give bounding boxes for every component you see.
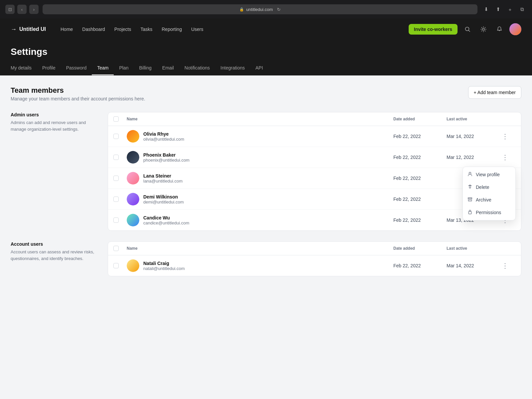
permissions-label: Permissions xyxy=(476,210,501,215)
account-section: Account users Account users can assess a… xyxy=(11,241,521,276)
view-profile-label: View profile xyxy=(476,172,500,177)
avatar-olivia xyxy=(127,130,139,143)
lock-icon: 🔒 xyxy=(239,7,244,12)
table-row: Olivia Rhye olivia@untitledui.com Feb 22… xyxy=(108,126,521,147)
logo-arrow-icon: → xyxy=(11,26,17,33)
address-bar[interactable]: 🔒 untitledui.com ↻ xyxy=(43,4,477,14)
svg-point-0 xyxy=(466,27,469,31)
browser-controls: ⊡ ‹ › xyxy=(5,5,39,14)
share-btn[interactable]: ⬆ xyxy=(493,5,503,14)
dropdown-archive[interactable]: Archive xyxy=(463,194,515,206)
nav-reporting[interactable]: Reporting xyxy=(158,24,186,35)
page-header: Team members Manage your team members an… xyxy=(11,86,521,101)
svg-point-1 xyxy=(482,28,484,30)
forward-btn[interactable]: › xyxy=(29,5,39,14)
sidebar-toggle-btn[interactable]: ⊡ xyxy=(5,5,15,14)
row-checkbox-demi[interactable] xyxy=(113,197,119,202)
download-btn[interactable]: ⬇ xyxy=(481,5,491,14)
member-email-natali: natali@untitledui.com xyxy=(143,266,185,271)
dropdown-view-profile[interactable]: View profile xyxy=(463,168,515,181)
member-email-phoenix: phoenix@untitledui.com xyxy=(143,158,190,163)
browser-actions: ⬇ ⬆ + ⧉ xyxy=(481,5,527,14)
tab-notifications[interactable]: Notifications xyxy=(179,61,215,75)
svg-rect-3 xyxy=(468,198,472,199)
nav-users[interactable]: Users xyxy=(187,24,207,35)
member-info-lana: Lana Steiner lana@untitledui.com xyxy=(127,172,393,185)
gear-icon xyxy=(480,26,486,32)
last-active-phoenix: Mar 12, 2022 xyxy=(447,155,500,160)
tab-profile[interactable]: Profile xyxy=(37,61,61,75)
page-subtitle: Manage your team members and their accou… xyxy=(11,96,145,101)
dropdown-menu: View profile Delete Archiv xyxy=(463,167,516,220)
tab-team[interactable]: Team xyxy=(92,61,114,75)
search-btn[interactable] xyxy=(462,23,473,35)
row-checkbox-lana[interactable] xyxy=(113,176,119,181)
tab-email[interactable]: Email xyxy=(157,61,179,75)
dropdown-permissions[interactable]: Permissions xyxy=(463,206,515,219)
row-checkbox-olivia[interactable] xyxy=(113,134,119,139)
tab-plan[interactable]: Plan xyxy=(114,61,134,75)
more-btn-olivia[interactable]: ⋮ xyxy=(500,131,510,142)
add-team-member-btn[interactable]: + Add team member xyxy=(468,86,521,99)
avatar-candice xyxy=(127,214,139,226)
nav-projects[interactable]: Projects xyxy=(110,24,135,35)
dropdown-delete[interactable]: Delete xyxy=(463,181,515,194)
tab-my-details[interactable]: My details xyxy=(11,61,37,75)
member-name-natali: Natali Craig xyxy=(143,261,185,266)
member-email-demi: demi@untitledui.com xyxy=(143,200,184,204)
member-info-olivia: Olivia Rhye olivia@untitledui.com xyxy=(127,130,393,143)
avatar-lana xyxy=(127,172,139,185)
invite-coworkers-btn[interactable]: Invite co-workers xyxy=(409,24,458,35)
member-email-lana: lana@untitledui.com xyxy=(143,179,183,184)
admin-desc: Admins can add and remove users and mana… xyxy=(11,119,97,132)
last-active-olivia: Mar 14, 2022 xyxy=(447,134,500,139)
avatar-image xyxy=(509,23,521,35)
trash-icon xyxy=(467,184,472,190)
date-added-phoenix: Feb 22, 2022 xyxy=(393,155,447,160)
account-table-header: Name Date added Last active xyxy=(108,242,521,255)
nav-dashboard[interactable]: Dashboard xyxy=(78,24,109,35)
table-row: Demi Wilkinson demi@untitledui.com Feb 2… xyxy=(108,189,521,210)
tab-api[interactable]: API xyxy=(250,61,268,75)
member-email-candice: candice@untitledui.com xyxy=(143,220,189,225)
date-added-candice: Feb 22, 2022 xyxy=(393,217,447,223)
row-checkbox-candice[interactable] xyxy=(113,217,119,223)
tab-integrations[interactable]: Integrations xyxy=(215,61,250,75)
avatar[interactable] xyxy=(509,23,521,35)
member-info-candice: Candice Wu candice@untitledui.com xyxy=(127,214,393,226)
col-last-active-2: Last active xyxy=(447,246,500,251)
lock-icon xyxy=(467,209,472,215)
archive-icon xyxy=(467,197,472,203)
back-btn[interactable]: ‹ xyxy=(17,5,27,14)
member-info-demi: Demi Wilkinson demi@untitledui.com xyxy=(127,193,393,205)
date-added-natali: Feb 22, 2022 xyxy=(393,263,447,268)
tab-billing[interactable]: Billing xyxy=(134,61,157,75)
account-table: Name Date added Last active Natali Craig… xyxy=(108,241,521,276)
page-title-section: Team members Manage your team members an… xyxy=(11,86,145,101)
row-checkbox-phoenix[interactable] xyxy=(113,155,119,160)
select-all-checkbox[interactable] xyxy=(113,116,119,122)
tab-password[interactable]: Password xyxy=(61,61,92,75)
tabs-btn[interactable]: ⧉ xyxy=(517,5,527,14)
header-checkbox-cell-2 xyxy=(113,246,127,251)
new-tab-btn[interactable]: + xyxy=(505,5,515,14)
nav-home[interactable]: Home xyxy=(57,24,77,35)
settings-btn[interactable] xyxy=(477,23,489,35)
more-btn-phoenix[interactable]: ⋮ xyxy=(500,152,510,163)
more-btn-natali[interactable]: ⋮ xyxy=(500,260,510,271)
table-row: Natali Craig natali@untitledui.com Feb 2… xyxy=(108,255,521,276)
app-header: → Untitled UI Home Dashboard Projects Ta… xyxy=(0,19,532,40)
nav-tasks[interactable]: Tasks xyxy=(136,24,156,35)
row-checkbox-natali[interactable] xyxy=(113,263,119,268)
avatar-phoenix xyxy=(127,151,139,164)
select-all-checkbox-2[interactable] xyxy=(113,246,119,251)
reload-btn[interactable]: ↻ xyxy=(277,7,281,12)
page-title: Team members xyxy=(11,86,145,95)
settings-title: Settings xyxy=(11,40,521,61)
settings-nav: My details Profile Password Team Plan Bi… xyxy=(11,61,521,75)
notifications-btn[interactable] xyxy=(493,23,505,35)
app-logo[interactable]: → Untitled UI xyxy=(11,26,46,33)
search-icon xyxy=(465,26,470,32)
admin-label: Admin users xyxy=(11,112,97,117)
account-section-info: Account users Account users can assess a… xyxy=(11,241,97,276)
